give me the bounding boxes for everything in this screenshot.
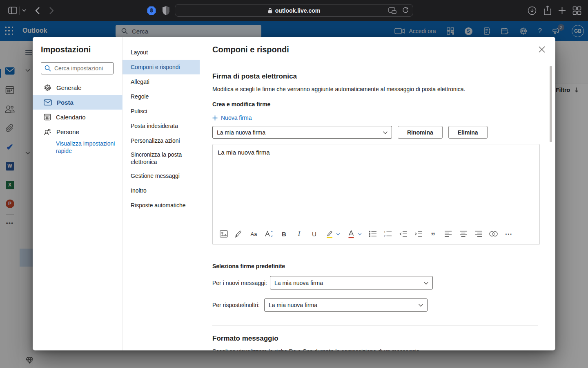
chevron-down-icon — [423, 280, 429, 286]
page-preview-icon[interactable] — [388, 7, 396, 14]
panel-title: Componi e rispondi — [212, 45, 289, 54]
address-bar[interactable]: outlook.live.com — [175, 4, 413, 17]
delete-button[interactable]: Elimina — [448, 126, 488, 139]
share-icon[interactable] — [543, 5, 552, 16]
close-icon[interactable] — [538, 46, 546, 54]
new-signature-label: Nuova firma — [221, 114, 252, 121]
svg-text:1: 1 — [384, 231, 385, 233]
forward-icon[interactable] — [49, 7, 54, 15]
subcategory-regole[interactable]: Regole — [122, 89, 200, 104]
settings-panel: Componi e rispondi Firma di posta elettr… — [204, 37, 555, 350]
quote-icon[interactable]: ” — [429, 229, 437, 238]
bullet-list-icon[interactable] — [368, 229, 377, 238]
sidebar-toggle-icon[interactable] — [8, 7, 17, 14]
settings-title: Impostazioni — [41, 45, 91, 54]
category-label: Calendario — [56, 114, 86, 121]
people-icon — [44, 128, 51, 135]
insert-link-icon[interactable] — [489, 229, 498, 238]
settings-subnav: Layout Componi e rispondi Allegati Regol… — [122, 37, 204, 350]
subcategory-inoltro[interactable]: Inoltro — [122, 183, 200, 198]
new-messages-label: Per i nuovi messaggi: — [212, 280, 270, 286]
mail-icon — [44, 99, 52, 105]
downloads-icon[interactable] — [528, 6, 537, 15]
numbered-list-icon[interactable]: 12 — [383, 229, 392, 238]
new-tab-icon[interactable] — [558, 6, 566, 15]
highlight-icon[interactable] — [325, 229, 334, 238]
default-signatures-heading: Seleziona firme predefinite — [212, 263, 539, 269]
browser-chrome: outlook.live.com — [0, 0, 588, 21]
format-painter-icon[interactable] — [234, 229, 243, 238]
privacy-shield-icon[interactable] — [162, 6, 170, 16]
create-signatures-heading: Crea e modifica firme — [212, 101, 539, 108]
back-icon[interactable] — [35, 7, 40, 15]
increase-indent-icon[interactable] — [414, 229, 422, 238]
category-generale[interactable]: Generale — [33, 80, 122, 95]
settings-search[interactable] — [41, 62, 114, 74]
subcategory-posta-indesiderata[interactable]: Posta indesiderata — [122, 119, 200, 133]
signature-heading: Firma di posta elettronica — [212, 72, 539, 81]
subcategory-personalizza-azioni[interactable]: Personalizza azioni — [122, 133, 200, 148]
font-size-icon[interactable] — [265, 229, 273, 238]
content-blocker-icon[interactable] — [147, 6, 156, 16]
lock-icon — [268, 8, 272, 13]
highlight-dropdown-icon[interactable] — [336, 229, 340, 238]
category-label: Generale — [56, 84, 82, 91]
replies-value: La mia nuova firma — [269, 302, 317, 308]
sidebar-menu-chevron-icon[interactable] — [22, 9, 26, 12]
new-messages-select[interactable]: La mia nuova firma — [270, 276, 433, 289]
signature-select-value: La mia nuova firma — [217, 129, 265, 136]
settings-search-input[interactable] — [41, 62, 114, 74]
svg-text:2: 2 — [384, 235, 385, 238]
insert-image-icon[interactable] — [219, 229, 228, 238]
format-description: Scegli se visualizzare le righe Da e Ccn… — [212, 348, 539, 350]
italic-icon[interactable]: I — [295, 229, 303, 238]
scrollbar[interactable] — [550, 66, 552, 142]
settings-modal: Impostazioni Generale Posta Calendario P… — [33, 37, 555, 350]
reload-icon[interactable] — [402, 7, 409, 14]
plus-icon — [212, 115, 218, 121]
subcategory-componi-e-rispondi[interactable]: Componi e rispondi — [122, 60, 200, 74]
category-posta[interactable]: Posta — [33, 95, 122, 110]
align-center-icon[interactable] — [459, 229, 468, 238]
signature-editor[interactable]: La mia nuova firma Aa B I U — [212, 144, 540, 245]
format-heading: Formato messaggio — [212, 334, 539, 343]
signature-editor-content[interactable]: La mia nuova firma — [218, 149, 270, 156]
bold-icon[interactable]: B — [280, 229, 288, 238]
more-options-icon[interactable]: ⋯ — [504, 229, 513, 238]
category-persone[interactable]: Persone — [33, 124, 122, 139]
search-icon — [45, 65, 51, 72]
new-messages-value: La mia nuova firma — [274, 280, 323, 286]
url-text: outlook.live.com — [275, 7, 320, 14]
category-label: Posta — [57, 99, 74, 106]
category-calendario[interactable]: Calendario — [33, 110, 122, 124]
chevron-down-icon — [418, 303, 423, 308]
quick-settings-link[interactable]: Visualizza impostazioni rapide — [56, 140, 117, 155]
rename-button[interactable]: Rinomina — [398, 126, 443, 139]
subcategory-sincronizza-posta[interactable]: Sincronizza la posta elettronica — [122, 148, 200, 168]
subcategory-layout[interactable]: Layout — [122, 45, 200, 60]
gear-icon — [44, 84, 51, 92]
editor-toolbar: Aa B I U — [219, 227, 536, 241]
align-left-icon[interactable] — [444, 229, 452, 238]
category-label: Persone — [56, 128, 79, 135]
calendar-icon — [44, 113, 51, 121]
align-right-icon[interactable] — [474, 229, 483, 238]
settings-sidebar: Impostazioni Generale Posta Calendario P… — [33, 37, 122, 350]
signature-select[interactable]: La mia nuova firma — [212, 126, 392, 139]
chevron-down-icon — [383, 130, 388, 135]
subcategory-risposte-automatiche[interactable]: Risposte automatiche — [122, 198, 200, 213]
font-name-icon[interactable]: Aa — [249, 229, 258, 238]
replies-label: Per risposte/inoltri: — [212, 302, 264, 308]
subcategory-pulisci[interactable]: Pulisci — [122, 104, 200, 119]
subcategory-gestione-messaggi[interactable]: Gestione messaggi — [122, 168, 200, 183]
decrease-indent-icon[interactable] — [399, 229, 407, 238]
signature-description: Modifica e scegli le firme che verranno … — [212, 86, 539, 92]
underline-icon[interactable]: U — [310, 229, 318, 238]
divider — [19, 7, 20, 15]
subcategory-allegati[interactable]: Allegati — [122, 74, 200, 89]
tab-overview-icon[interactable] — [572, 6, 581, 15]
replies-select[interactable]: La mia nuova firma — [264, 298, 428, 312]
new-signature-button[interactable]: Nuova firma — [212, 114, 539, 121]
font-color-icon[interactable] — [347, 229, 355, 238]
font-color-dropdown-icon[interactable] — [358, 229, 362, 238]
